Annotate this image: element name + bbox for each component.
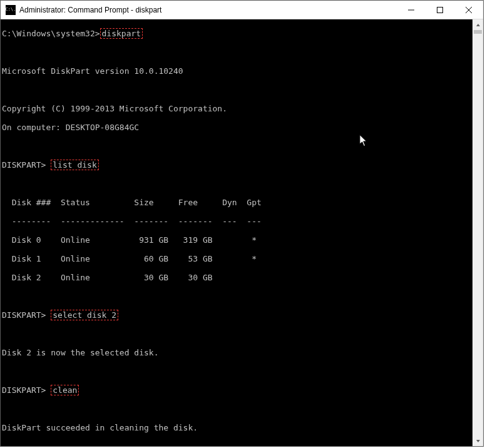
- prompt-dp: DISKPART>: [2, 385, 51, 395]
- vertical-scrollbar[interactable]: [472, 19, 483, 446]
- scroll-up-arrow-icon[interactable]: [472, 19, 483, 30]
- disk-table-divider: -------- ------------- ------- ------- -…: [2, 216, 472, 226]
- svg-marker-4: [476, 24, 480, 26]
- prompt-sys32: C:\Windows\system32>: [2, 29, 100, 38]
- svg-rect-1: [437, 7, 443, 13]
- maximize-button[interactable]: [426, 1, 454, 19]
- cmd-list-disk: list disk: [51, 160, 98, 170]
- command-prompt-window: C:\. Administrator: Command Prompt - dis…: [0, 0, 484, 447]
- disk-row-0: Disk 0 Online 931 GB 319 GB *: [2, 235, 472, 245]
- copyright-line: Copyright (C) 1999-2013 Microsoft Corpor…: [2, 104, 472, 113]
- disk-row-1: Disk 1 Online 60 GB 53 GB *: [2, 254, 472, 263]
- disk-table-header: Disk ### Status Size Free Dyn Gpt: [2, 198, 472, 207]
- window-controls: [397, 1, 483, 19]
- prompt-dp: DISKPART>: [2, 160, 51, 170]
- diskpart-version: Microsoft DiskPart version 10.0.10240: [2, 66, 472, 76]
- disk-row-2: Disk 2 Online 30 GB 30 GB: [2, 273, 472, 282]
- cmd-icon: C:\.: [6, 5, 16, 15]
- minimize-button[interactable]: [397, 1, 426, 19]
- msg-select-disk: Disk 2 is now the selected disk.: [2, 348, 472, 357]
- window-title: Administrator: Command Prompt - diskpart: [19, 6, 397, 14]
- scrollbar-thumb[interactable]: [474, 30, 482, 34]
- cmd-clean: clean: [51, 385, 79, 395]
- cmd-select-disk-2: select disk 2: [51, 310, 118, 320]
- console-output[interactable]: C:\Windows\system32>diskpart Microsoft D…: [1, 19, 472, 446]
- svg-marker-5: [476, 440, 480, 442]
- computer-line: On computer: DESKTOP-08G84GC: [2, 123, 472, 132]
- close-button[interactable]: [454, 1, 483, 19]
- titlebar[interactable]: C:\. Administrator: Command Prompt - dis…: [1, 1, 483, 19]
- prompt-dp: DISKPART>: [2, 310, 51, 320]
- msg-clean: DiskPart succeeded in cleaning the disk.: [2, 423, 472, 432]
- scrollbar-track[interactable]: [472, 30, 483, 435]
- console-area: C:\Windows\system32>diskpart Microsoft D…: [1, 19, 483, 446]
- scroll-down-arrow-icon[interactable]: [472, 435, 483, 446]
- cmd-diskpart: diskpart: [100, 28, 143, 39]
